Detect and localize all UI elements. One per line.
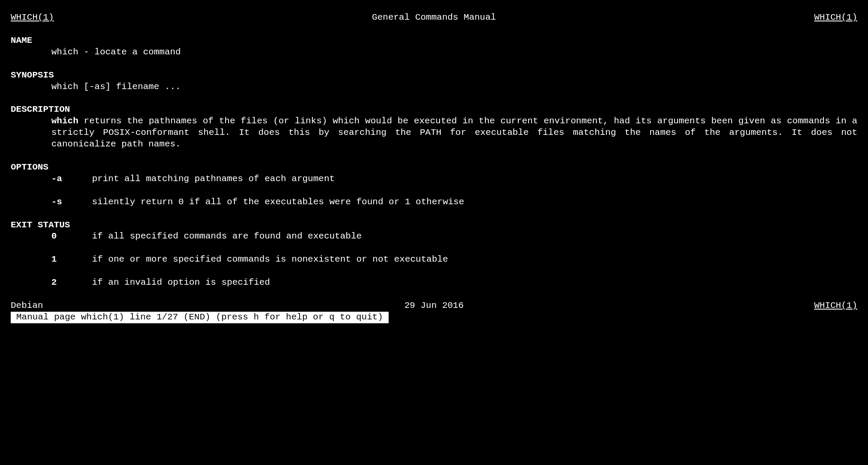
footer-center: 29 Jun 2016 bbox=[404, 300, 464, 312]
pager-status-bar[interactable]: Manual page which(1) line 1/27 (END) (pr… bbox=[11, 312, 389, 323]
exit-code: 2 bbox=[51, 277, 92, 289]
name-text: which - locate a command bbox=[11, 47, 857, 58]
exit-code: 1 bbox=[51, 254, 92, 265]
header-right: WHICH(1) bbox=[814, 12, 857, 24]
section-name: NAME which - locate a command bbox=[11, 35, 857, 58]
section-header-description: DESCRIPTION bbox=[11, 104, 857, 116]
exit-status-row: 0 if all specified commands are found an… bbox=[11, 231, 857, 242]
section-header-exit-status: EXIT STATUS bbox=[11, 220, 857, 231]
section-exit-status: EXIT STATUS 0 if all specified commands … bbox=[11, 220, 857, 289]
exit-desc: if all specified commands are found and … bbox=[92, 231, 857, 242]
option-row: -a print all matching pathnames of each … bbox=[11, 173, 857, 185]
description-body: returns the pathnames of the files (or l… bbox=[51, 116, 857, 149]
section-options: OPTIONS -a print all matching pathnames … bbox=[11, 162, 857, 208]
option-flag: -s bbox=[51, 197, 92, 208]
header-center: General Commands Manual bbox=[372, 12, 496, 24]
option-row: -s silently return 0 if all of the execu… bbox=[11, 197, 857, 208]
description-text: which returns the pathnames of the files… bbox=[11, 116, 857, 150]
section-synopsis: SYNOPSIS which [-as] filename ... bbox=[11, 70, 857, 93]
section-header-options: OPTIONS bbox=[11, 162, 857, 173]
manpage-header: WHICH(1) General Commands Manual WHICH(1… bbox=[11, 12, 857, 24]
description-cmd: which bbox=[51, 116, 78, 126]
manpage-footer: Debian 29 Jun 2016 WHICH(1) bbox=[11, 300, 857, 312]
section-header-name: NAME bbox=[11, 35, 857, 47]
option-flag: -a bbox=[51, 173, 92, 185]
header-left: WHICH(1) bbox=[11, 12, 54, 24]
footer-right: WHICH(1) bbox=[814, 300, 857, 312]
synopsis-text: which [-as] filename ... bbox=[11, 81, 857, 93]
exit-status-row: 2 if an invalid option is specified bbox=[11, 277, 857, 289]
footer-left: Debian bbox=[11, 300, 43, 312]
exit-desc: if an invalid option is specified bbox=[92, 277, 857, 289]
option-desc: print all matching pathnames of each arg… bbox=[92, 173, 857, 185]
section-description: DESCRIPTION which returns the pathnames … bbox=[11, 104, 857, 150]
option-desc: silently return 0 if all of the executab… bbox=[92, 197, 857, 208]
section-header-synopsis: SYNOPSIS bbox=[11, 70, 857, 81]
exit-status-row: 1 if one or more specified commands is n… bbox=[11, 254, 857, 265]
exit-code: 0 bbox=[51, 231, 92, 242]
exit-desc: if one or more specified commands is non… bbox=[92, 254, 857, 265]
